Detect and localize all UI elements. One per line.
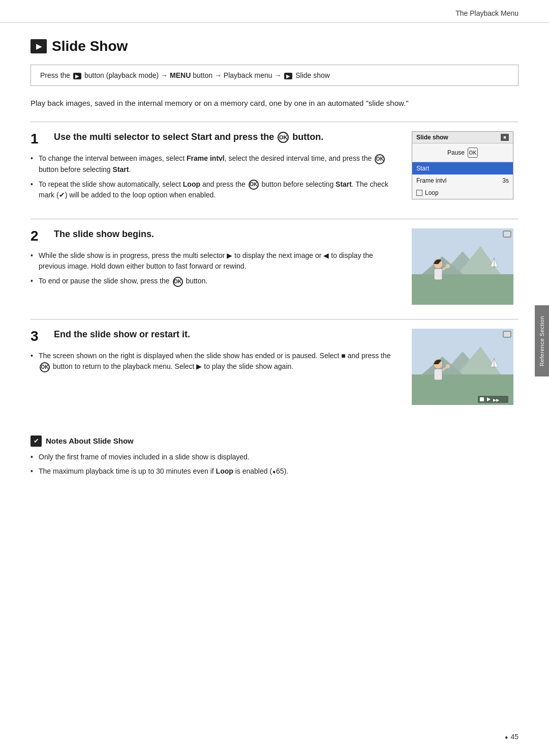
playback-icon: ▶	[73, 73, 81, 79]
slide-show-icon: ▶	[30, 39, 47, 53]
step-1-bullets: To change the interval between images, s…	[30, 153, 402, 200]
step-3-bullet-1: The screen shown on the right is display…	[30, 351, 402, 372]
step-2-heading: The slide show begins.	[54, 228, 154, 240]
step-2-bullets: While the slide show is in progress, pre…	[30, 250, 402, 286]
notes-section: ✔ Notes About Slide Show Only the first …	[30, 425, 518, 477]
svg-rect-29	[480, 397, 484, 401]
notes-icon: ✔	[30, 435, 42, 447]
menu-label: MENU	[170, 71, 191, 79]
main-content: ▶ Slide Show Press the ▶ button (playbac…	[0, 23, 549, 501]
pause-row: Pause OK	[412, 143, 513, 162]
menu-title-bar: Slide show ■	[412, 132, 513, 143]
svg-rect-23	[434, 369, 442, 380]
step-2-content: 2 The slide show begins. While the slide…	[30, 228, 402, 305]
slideshow-menu-ui: Slide show ■ Pause OK Start Frame intvl …	[412, 131, 513, 199]
menu-item-loop: Loop	[412, 187, 513, 199]
menu-title-label: Slide show	[416, 134, 448, 141]
step-1-bullet-2: To repeat the slide show automatically, …	[30, 179, 402, 200]
notes-header: ✔ Notes About Slide Show	[30, 435, 518, 447]
instruction-box: Press the ▶ button (playback mode) → MEN…	[30, 65, 518, 86]
divider-1	[30, 122, 518, 122]
svg-rect-27	[504, 332, 510, 336]
step-2-bullet-2: To end or pause the slide show, press th…	[30, 276, 402, 286]
page-number-value: 45	[510, 733, 518, 741]
frame-intvl-value: 3s	[502, 177, 509, 184]
step-3-bullets: The screen shown on the right is display…	[30, 351, 402, 372]
page-title-text: Slide Show	[52, 38, 128, 54]
page-header: The Playback Menu	[0, 0, 549, 23]
step-2-bullet-1: While the slide show is in progress, pre…	[30, 250, 402, 272]
step-1: 1 Use the multi selector to select Start…	[30, 131, 518, 205]
reference-tab: Reference Section	[535, 305, 549, 376]
step-3-number: 3	[30, 329, 46, 345]
loop-checkbox	[416, 190, 422, 196]
ok-button-icon-1: OK	[278, 132, 289, 143]
step-2: 2 The slide show begins. While the slide…	[30, 228, 518, 305]
ok-button-icon-5: OK	[40, 362, 50, 372]
header-title: The Playback Menu	[455, 9, 518, 17]
divider-3	[30, 319, 518, 319]
slide-show-link: Slide show	[295, 71, 330, 79]
start-label: Start	[416, 165, 429, 172]
slideshow-icon-small: ▶	[284, 73, 292, 79]
frame-intvl-label: Frame intvl	[416, 177, 446, 184]
page-number: ⬧ 45	[504, 733, 518, 741]
step-1-content: 1 Use the multi selector to select Start…	[30, 131, 402, 205]
step-3: 3 End the slide show or restart it. The …	[30, 329, 518, 405]
loop-label: Loop	[425, 189, 439, 196]
page-number-prefix: ⬧	[504, 733, 508, 741]
preview-image-1	[412, 228, 513, 305]
step-3-heading: End the slide show or restart it.	[54, 329, 190, 340]
step-1-number: 1	[30, 131, 46, 148]
step-1-menu: Slide show ■ Pause OK Start Frame intvl …	[412, 131, 518, 205]
menu-item-frame-intvl: Frame intvl 3s	[412, 175, 513, 187]
divider-2	[30, 219, 518, 219]
preview-image-2: ▶▶	[412, 329, 513, 405]
notes-item-2: The maximum playback time is up to 30 mi…	[30, 466, 518, 477]
ok-button-icon-4: OK	[173, 277, 183, 287]
step-2-preview	[412, 228, 518, 305]
ok-button-icon-2: OK	[375, 154, 385, 164]
notes-list: Only the first frame of movies included …	[30, 452, 518, 477]
svg-point-11	[446, 264, 450, 268]
svg-text:▶▶: ▶▶	[493, 398, 500, 402]
pause-label: Pause	[447, 149, 465, 156]
reference-tab-text: Reference Section	[539, 316, 545, 366]
step-3-preview: ▶▶	[412, 329, 518, 405]
intro-text: Play back images, saved in the internal …	[30, 97, 518, 109]
menu-item-start: Start	[412, 162, 513, 175]
svg-rect-5	[412, 274, 513, 305]
menu-icon: ■	[501, 134, 509, 141]
step-2-number: 2	[30, 228, 46, 245]
svg-point-25	[446, 364, 450, 368]
svg-rect-13	[504, 232, 510, 236]
page-title-section: ▶ Slide Show	[30, 38, 518, 54]
step-1-bullet-1: To change the interval between images, s…	[30, 153, 402, 175]
ok-button-icon-3: OK	[249, 180, 259, 190]
notes-title: Notes About Slide Show	[46, 437, 134, 445]
notes-item-1: Only the first frame of movies included …	[30, 452, 518, 462]
svg-rect-9	[434, 269, 442, 280]
step-1-heading: Use the multi selector to select Start a…	[54, 131, 323, 143]
step-3-content: 3 End the slide show or restart it. The …	[30, 329, 402, 405]
ok-badge: OK	[468, 148, 478, 158]
